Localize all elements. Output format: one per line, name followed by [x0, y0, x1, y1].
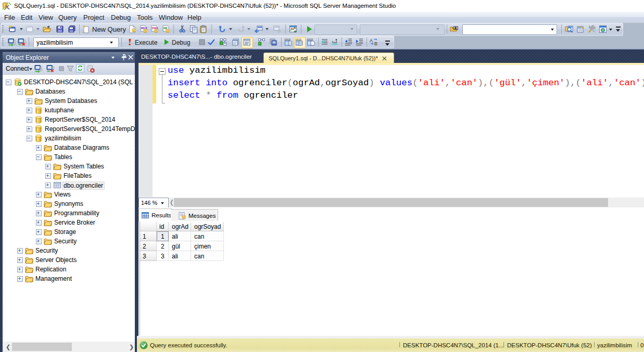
svg-text:MDX: MDX: [141, 27, 148, 30]
svg-text:B: B: [374, 41, 377, 46]
svg-text:A: A: [370, 38, 373, 43]
svg-text:DMX: DMX: [152, 27, 159, 30]
svg-text:XM: XM: [163, 27, 168, 30]
